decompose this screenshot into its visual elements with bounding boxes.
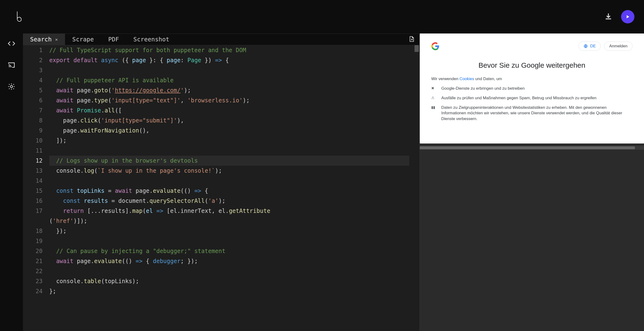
tab-label: Scrape	[72, 36, 94, 43]
bullet-icon: ⚠	[431, 96, 436, 100]
consent-title: Bevor Sie zu Google weitergehen	[431, 61, 632, 69]
app-logo	[12, 7, 26, 26]
consent-item: ⚠Ausfälle zu prüfen und Maßnahmen gegen …	[431, 95, 632, 101]
globe-icon	[584, 44, 588, 48]
tab-label: PDF	[108, 36, 119, 43]
close-icon[interactable]: ×	[55, 37, 58, 42]
gear-icon	[8, 83, 15, 90]
language-label: DE	[590, 44, 596, 49]
browser-preview: DE Anmelden Bevor Sie zu Google weiterge…	[420, 34, 644, 144]
play-icon	[625, 14, 630, 19]
download-button[interactable]	[604, 13, 612, 21]
language-button[interactable]: DE	[578, 42, 601, 51]
sidebar-settings-button[interactable]	[6, 81, 17, 92]
preview-pane: DE Anmelden Bevor Sie zu Google weiterge…	[419, 34, 644, 331]
scrollbar-thumb[interactable]	[420, 146, 635, 149]
scrollbar-thumb[interactable]	[414, 45, 419, 52]
consent-intro: Wir verwenden Cookies und Daten, um	[431, 77, 632, 81]
vertical-scrollbar[interactable]	[414, 45, 419, 331]
sidebar-cast-button[interactable]	[6, 59, 17, 71]
new-file-icon	[408, 36, 415, 42]
left-sidebar	[0, 34, 23, 331]
bullet-icon: ▮▮	[431, 105, 436, 110]
consent-item-text: Daten zu Zielgruppeninteraktionen und We…	[441, 105, 632, 122]
editor-pane: Search×ScrapePDFScreenshot 1234567891011…	[23, 34, 419, 331]
signin-button[interactable]: Anmelden	[604, 42, 632, 51]
code-icon	[8, 40, 15, 47]
google-logo-icon	[431, 42, 439, 50]
svg-point-0	[10, 85, 12, 88]
tab-screenshot[interactable]: Screenshot	[126, 34, 177, 45]
code-content[interactable]: // Full TypeScript support for both pupp…	[49, 45, 414, 331]
run-button[interactable]	[621, 10, 634, 24]
tab-label: Screenshot	[134, 36, 170, 43]
signin-label: Anmelden	[609, 44, 628, 49]
consent-item: ▮▮Daten zu Zielgruppeninteraktionen und …	[431, 105, 632, 122]
cookies-link[interactable]: Cookies	[460, 77, 474, 81]
tab-label: Search	[30, 36, 52, 43]
new-file-button[interactable]	[407, 34, 416, 45]
line-gutter: 123456789101112131415161718192021222324	[23, 45, 49, 331]
tab-pdf[interactable]: PDF	[101, 34, 126, 45]
preview-output-area	[420, 150, 644, 331]
consent-list: ✖Google-Dienste zu erbringen und zu betr…	[431, 86, 632, 122]
cast-icon	[8, 61, 15, 69]
sidebar-code-button[interactable]	[6, 38, 17, 49]
consent-item-text: Ausfälle zu prüfen und Maßnahmen gegen S…	[441, 95, 596, 101]
consent-item-text: Google-Dienste zu erbringen und zu betre…	[441, 86, 525, 91]
tabs-bar: Search×ScrapePDFScreenshot	[23, 34, 419, 45]
tab-search[interactable]: Search×	[23, 34, 65, 45]
app-header	[0, 0, 644, 34]
tab-scrape[interactable]: Scrape	[65, 34, 101, 45]
code-editor[interactable]: 123456789101112131415161718192021222324 …	[23, 45, 419, 331]
consent-item: ✖Google-Dienste zu erbringen und zu betr…	[431, 86, 632, 91]
download-icon	[604, 13, 612, 21]
bullet-icon: ✖	[431, 86, 436, 90]
preview-horizontal-scrollbar[interactable]	[420, 146, 644, 150]
